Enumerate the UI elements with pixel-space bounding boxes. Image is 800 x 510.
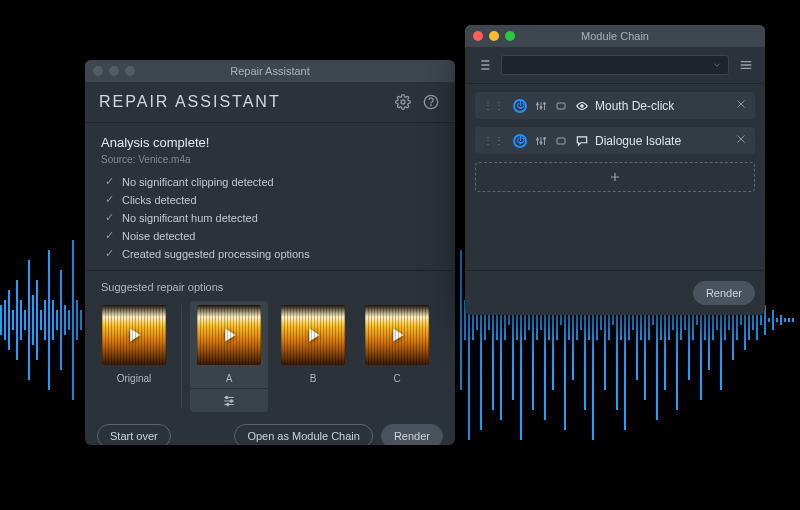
titlebar[interactable]: Repair Assistant xyxy=(85,60,455,82)
svg-rect-7 xyxy=(28,260,30,380)
remove-module-button[interactable] xyxy=(735,133,747,148)
result-item: ✓Created suggested processing options xyxy=(105,247,439,260)
plus-icon xyxy=(608,170,622,184)
svg-rect-98 xyxy=(768,318,770,322)
minimize-icon[interactable] xyxy=(489,31,499,41)
minimize-icon[interactable] xyxy=(109,66,119,76)
svg-rect-59 xyxy=(612,315,614,325)
gear-icon xyxy=(395,94,411,110)
spectrogram-thumb xyxy=(365,305,429,365)
module-sliders-button[interactable] xyxy=(535,135,547,147)
option-label: B xyxy=(274,365,352,388)
svg-point-137 xyxy=(540,141,542,143)
traffic-lights[interactable] xyxy=(93,66,135,76)
svg-rect-1 xyxy=(4,300,6,340)
module-preset-button[interactable] xyxy=(555,135,567,147)
svg-point-128 xyxy=(544,102,546,104)
option-a[interactable]: A xyxy=(190,301,268,412)
result-item: ✓No significant clipping detected xyxy=(105,175,439,188)
dialogue-icon xyxy=(575,134,589,148)
remove-module-button[interactable] xyxy=(735,98,747,113)
sliders-icon xyxy=(222,394,236,408)
svg-point-111 xyxy=(226,396,228,398)
svg-point-130 xyxy=(581,104,583,106)
settings-button[interactable] xyxy=(393,92,413,112)
play-button[interactable] xyxy=(102,305,166,365)
play-button[interactable] xyxy=(365,305,429,365)
svg-rect-101 xyxy=(780,315,782,325)
svg-rect-16 xyxy=(64,305,66,335)
footer: Start over Open as Module Chain Render xyxy=(85,412,455,445)
help-button[interactable] xyxy=(421,92,441,112)
drag-handle-icon[interactable]: ⋮⋮ xyxy=(483,100,505,111)
render-button[interactable]: Render xyxy=(381,424,443,445)
option-c[interactable]: C xyxy=(358,301,436,388)
svg-rect-6 xyxy=(24,310,26,330)
spectrogram-thumb xyxy=(197,305,261,365)
svg-point-107 xyxy=(431,105,432,106)
analysis-results-list: ✓No significant clipping detected ✓Click… xyxy=(105,175,439,260)
close-icon xyxy=(735,98,747,110)
svg-point-113 xyxy=(227,403,229,405)
titlebar[interactable]: Module Chain xyxy=(465,25,765,47)
repair-options-row: Original A B xyxy=(85,293,455,412)
result-item: ✓Clicks detected xyxy=(105,193,439,206)
check-icon: ✓ xyxy=(105,175,114,188)
option-b[interactable]: B xyxy=(274,301,352,388)
zoom-icon[interactable] xyxy=(505,31,515,41)
panel-header: REPAIR ASSISTANT xyxy=(85,82,455,123)
svg-rect-33 xyxy=(508,315,510,325)
module-row[interactable]: ⋮⋮ ⏻ Mouth De-click xyxy=(475,92,755,119)
status-title: Analysis complete! xyxy=(101,135,439,150)
add-module-button[interactable] xyxy=(475,162,755,192)
svg-rect-3 xyxy=(12,310,14,330)
svg-point-112 xyxy=(230,399,232,401)
svg-rect-18 xyxy=(72,240,74,400)
svg-rect-8 xyxy=(32,295,34,345)
svg-rect-104 xyxy=(792,318,794,322)
play-icon xyxy=(123,324,145,346)
play-button[interactable] xyxy=(197,305,261,365)
preset-select[interactable] xyxy=(501,55,729,75)
play-icon xyxy=(218,324,240,346)
spectrogram-thumb xyxy=(102,305,166,365)
svg-point-127 xyxy=(540,106,542,108)
module-chain-footer: Render xyxy=(465,270,765,315)
svg-point-126 xyxy=(537,103,539,105)
svg-rect-19 xyxy=(76,300,78,340)
option-original[interactable]: Original xyxy=(95,301,173,388)
svg-rect-102 xyxy=(784,318,786,322)
svg-rect-20 xyxy=(80,310,82,330)
start-over-button[interactable]: Start over xyxy=(97,424,171,445)
check-icon: ✓ xyxy=(105,193,114,206)
svg-rect-9 xyxy=(36,280,38,360)
play-icon xyxy=(386,324,408,346)
drag-handle-icon[interactable]: ⋮⋮ xyxy=(483,135,505,146)
option-settings-button[interactable] xyxy=(190,388,268,412)
module-chain-window: Module Chain ⋮⋮ ⏻ Mouth De-click xyxy=(465,25,765,315)
separator xyxy=(181,305,182,408)
close-icon xyxy=(735,133,747,145)
svg-rect-0 xyxy=(0,305,2,335)
module-row[interactable]: ⋮⋮ ⏻ Dialogue Isolate xyxy=(475,127,755,154)
module-chain-toolbar xyxy=(465,47,765,84)
traffic-lights[interactable] xyxy=(473,31,515,41)
sliders-icon xyxy=(535,100,547,112)
module-preset-button[interactable] xyxy=(555,100,567,112)
repair-assistant-window: Repair Assistant REPAIR ASSISTANT Analys… xyxy=(85,60,455,445)
menu-button[interactable] xyxy=(737,56,755,74)
close-icon[interactable] xyxy=(93,66,103,76)
power-toggle[interactable]: ⏻ xyxy=(513,134,527,148)
close-icon[interactable] xyxy=(473,31,483,41)
svg-rect-17 xyxy=(68,310,70,330)
render-button[interactable]: Render xyxy=(693,281,755,305)
open-module-chain-button[interactable]: Open as Module Chain xyxy=(234,424,373,445)
module-rows: ⋮⋮ ⏻ Mouth De-click ⋮⋮ ⏻ xyxy=(465,84,765,200)
play-button[interactable] xyxy=(281,305,345,365)
power-toggle[interactable]: ⏻ xyxy=(513,99,527,113)
options-section-label: Suggested repair options xyxy=(85,270,455,293)
zoom-icon[interactable] xyxy=(125,66,135,76)
module-sliders-button[interactable] xyxy=(535,100,547,112)
svg-rect-12 xyxy=(48,250,50,390)
chain-list-button[interactable] xyxy=(475,56,493,74)
